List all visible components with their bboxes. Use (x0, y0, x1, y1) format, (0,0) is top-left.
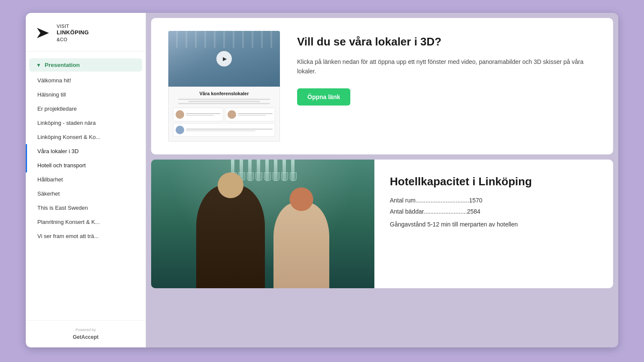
sidebar-logo: VISIT LINKÖPING &CO (26, 13, 146, 51)
avatar-2 (228, 110, 236, 119)
person-silhouette-left (196, 185, 265, 288)
slide-title: Våra konferenslokaler (173, 91, 275, 96)
sidebar-item-konsert[interactable]: Linköping Konsert & Ko... (26, 130, 146, 144)
nav-section-label: Presentation (45, 62, 80, 68)
sidebar-item-vi-ser-fram[interactable]: Vi ser fram emot att trä... (26, 229, 146, 243)
name-line-2 (238, 113, 273, 114)
name-line-3 (186, 129, 273, 130)
slide-person-3 (173, 123, 275, 137)
ceiling-decoration (168, 31, 280, 48)
main-content: Våra konferenslokaler (146, 13, 618, 347)
card-hotel: Hotellkapacitet i Linköping Antal rum...… (151, 160, 613, 288)
logo-arrow-icon (34, 24, 52, 42)
sidebar-item-valkomna[interactable]: Välkomna hit! (26, 73, 146, 87)
slide-line-3 (178, 103, 270, 104)
open-link-button[interactable]: Öppna länk (297, 88, 350, 106)
person-info-1 (186, 113, 221, 116)
getaccept-brand: GetAccept (73, 334, 98, 340)
sidebar-item-halsning[interactable]: Hälsning till (26, 87, 146, 102)
slide-line-2 (188, 101, 260, 102)
detail-line-3 (186, 130, 255, 131)
powered-by-text: Powered by (33, 328, 139, 332)
slide-content: Våra konferenslokaler (168, 87, 280, 142)
avatar-3 (176, 126, 184, 134)
slide-person-2 (225, 108, 275, 121)
card-3d-lokaler: Våra konferenslokaler (151, 18, 613, 154)
sidebar-item-linkoping-staden[interactable]: Linköping - staden nära (26, 116, 146, 130)
chevron-down-icon: ▼ (36, 62, 41, 68)
thumbnail-image (168, 31, 280, 87)
slide-text-lines (173, 99, 275, 104)
sidebar-item-hotell[interactable]: Hotell och transport (26, 158, 146, 172)
person-silhouette-right (273, 202, 329, 288)
svg-marker-0 (37, 28, 49, 38)
hotel-stat-baddar: Antal bäddar..........................25… (390, 208, 598, 215)
sidebar: VISIT LINKÖPING &CO ▼ Presentation Välko… (26, 13, 146, 347)
person-info-2 (238, 113, 273, 116)
slide-people (173, 108, 275, 137)
detail-line-1 (186, 115, 214, 116)
sidebar-item-east-sweden[interactable]: This is East Sweden (26, 201, 146, 215)
name-line-1 (186, 113, 221, 114)
app-container: VISIT LINKÖPING &CO ▼ Presentation Välko… (26, 13, 618, 347)
sidebar-item-planritning[interactable]: Planritning Konsert & K... (26, 215, 146, 229)
card-3d-title: Vill du se våra lokaler i 3D? (297, 35, 596, 48)
nav-section-presentation[interactable]: ▼ Presentation (29, 58, 142, 72)
logo-text: VISIT LINKÖPING &CO (57, 23, 89, 42)
hotel-image-inner (151, 160, 374, 288)
sidebar-item-projektledare[interactable]: Er projektledare (26, 102, 146, 116)
detail-line-2 (238, 115, 266, 116)
card-3d-thumbnail: Våra konferenslokaler (168, 31, 280, 142)
hotel-stat-rum: Antal rum...............................… (390, 197, 598, 204)
hotel-title: Hotellkapacitet i Linköping (390, 175, 598, 188)
hotel-content: Hotellkapacitet i Linköping Antal rum...… (374, 160, 613, 288)
card-3d-description: Klicka på länken nedan för att öppna upp… (297, 57, 596, 76)
card-3d-text: Vill du se våra lokaler i 3D? Klicka på … (297, 31, 596, 106)
sidebar-nav: ▼ Presentation Välkomna hit! Hälsning ti… (26, 51, 146, 320)
play-button[interactable] (216, 51, 232, 66)
hotel-stats: Antal rum...............................… (390, 197, 598, 228)
hotel-stat-gangavstand: Gångavstånd 5-12 min till merparten av h… (390, 221, 598, 228)
slide-person-1 (173, 108, 223, 121)
person-info-3 (186, 129, 273, 131)
avatar-1 (176, 110, 184, 119)
sidebar-item-hallbarhet[interactable]: Hållbarhet (26, 172, 146, 187)
sidebar-item-sakerhet[interactable]: Säkerhet (26, 187, 146, 201)
hotel-image (151, 160, 374, 288)
slide-line-1 (178, 99, 270, 100)
hotel-people-area (151, 177, 374, 288)
sidebar-footer: Powered by GetAccept (26, 320, 146, 347)
sidebar-item-lokaler-3d[interactable]: Våra lokaler i 3D (26, 144, 146, 158)
